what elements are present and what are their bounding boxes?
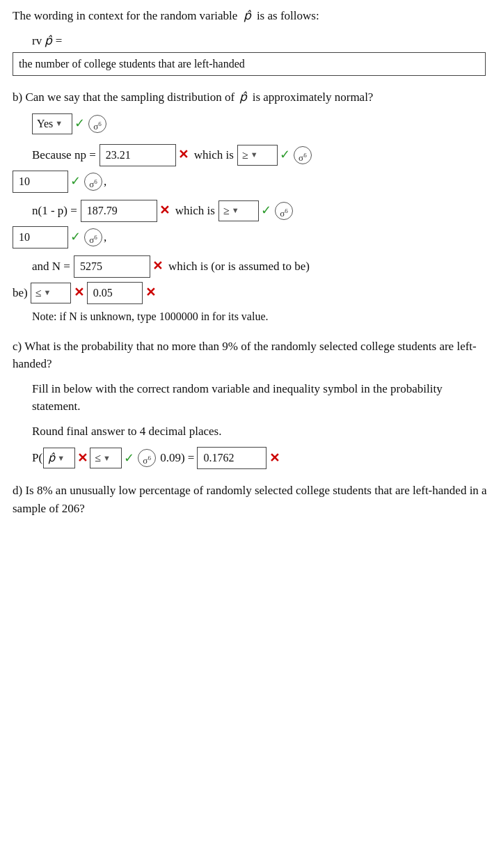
ge-label: ≥ [242, 147, 248, 164]
n1p-label: n(1 - p) = [32, 202, 77, 220]
rv-answer-box[interactable]: the number of college students that are … [13, 52, 486, 76]
be-cross: ✕ [74, 283, 84, 302]
sigma-icon-n1p[interactable]: σ6 [275, 202, 293, 220]
n1p-cross: ✕ [159, 201, 170, 220]
which-is-1: which is [194, 146, 234, 164]
le-label: ≤ [35, 285, 42, 301]
section-b-paragraph: b) Can we say that the sampling distribu… [13, 88, 488, 106]
be-label: be) [13, 284, 28, 302]
section-b-suffix: is approximately normal? [253, 90, 374, 104]
n-suffix: which is (or is assumed to be) [168, 258, 310, 276]
n1p-threshold-check: ✓ [70, 228, 81, 246]
n-threshold-cross: ✕ [145, 283, 156, 302]
p-label: P( [32, 449, 42, 467]
le2-label: ≤ [95, 450, 101, 466]
np-threshold-check: ✓ [70, 172, 81, 191]
le2-check: ✓ [124, 449, 134, 468]
section-c: c) What is the probability that no more … [13, 338, 488, 470]
ge-arrow-2: ▼ [232, 205, 239, 216]
n-label: and N = [32, 258, 70, 276]
np-row: Because np = 23.21 ✕ which is ≥ ▼ ✓ σ6 [32, 144, 488, 166]
sigma-icon-np[interactable]: σ6 [294, 146, 312, 164]
p-dropdown-label: p̂ [48, 450, 55, 466]
np-cross: ✕ [178, 145, 189, 164]
n1p-row: n(1 - p) = 187.79 ✕ which is ≥ ▼ ✓ σ6 [32, 200, 488, 222]
ge-check: ✓ [280, 145, 290, 164]
section-d-paragraph: d) Is 8% an unusually low percentage of … [13, 482, 488, 517]
phat-symbol-b: p̂ [239, 90, 247, 104]
fill-text: Fill in below with the correct random va… [32, 380, 488, 416]
n-row: and N = 5275 ✕ which is (or is assumed t… [32, 255, 488, 278]
n1p-threshold-box[interactable]: 10 [13, 226, 68, 248]
phat-symbol-intro: p̂ [244, 7, 251, 25]
yes-dropdown-arrow: ▼ [55, 118, 63, 129]
section-b-text: b) Can we say that the sampling distribu… [13, 90, 234, 104]
yes-row: Yes ▼ ✓ σ6 [32, 113, 488, 134]
ge-label-2: ≥ [223, 203, 230, 219]
ge-dropdown-2[interactable]: ≥ ▼ [218, 200, 259, 221]
np-threshold-box[interactable]: 10 [13, 171, 68, 193]
p-cross: ✕ [77, 449, 88, 468]
round-text: Round final answer to 4 decimal places. [32, 423, 488, 441]
because-np-label: Because np = [32, 146, 96, 164]
be-row: be) ≤ ▼ ✕ 0.05 ✕ [13, 282, 488, 304]
p-dropdown-arrow: ▼ [57, 452, 65, 464]
ge-dropdown[interactable]: ≥ ▼ [237, 145, 278, 166]
n-threshold-box[interactable]: 0.05 [87, 282, 143, 304]
n1p-comma: , [104, 228, 106, 246]
yes-dropdown[interactable]: Yes ▼ [32, 113, 72, 134]
which-is-2: which is [175, 202, 215, 220]
sigma-icon-np2[interactable]: σ6 [84, 173, 102, 191]
section-c-paragraph: c) What is the probability that no more … [13, 338, 488, 373]
le2-dropdown[interactable]: ≤ ▼ [90, 448, 122, 468]
n-value-box[interactable]: 5275 [74, 255, 150, 278]
p-suffix: 0.09) = [160, 449, 194, 467]
p-answer-cross: ✕ [269, 449, 280, 468]
sigma-icon-n1p2[interactable]: σ6 [84, 228, 102, 246]
ge-arrow: ▼ [250, 149, 258, 161]
sigma-icon-p[interactable]: σ6 [138, 449, 156, 467]
n1p-value-box[interactable]: 187.79 [81, 200, 157, 222]
note-text: Note: if N is unknown, type 1000000 in f… [32, 308, 488, 325]
sigma-icon-yes[interactable]: σ6 [88, 115, 106, 133]
n1p-check: ✓ [261, 201, 271, 220]
section-b: b) Can we say that the sampling distribu… [13, 88, 488, 325]
p-dropdown[interactable]: p̂ ▼ [43, 448, 75, 468]
yes-check: ✓ [74, 114, 85, 133]
intro-section: The wording in context for the random va… [13, 7, 488, 76]
prob-row: P( p̂ ▼ ✕ ≤ ▼ ✓ σ6 0.09) = 0.1762 ✕ [32, 447, 488, 469]
section-d: d) Is 8% an unusually low percentage of … [13, 482, 488, 517]
n1p-threshold-row: 10 ✓ σ6 , [13, 226, 488, 248]
p-answer-box[interactable]: 0.1762 [197, 447, 267, 469]
np-value-box[interactable]: 23.21 [100, 144, 176, 166]
le2-arrow: ▼ [103, 452, 111, 464]
yes-label: Yes [37, 116, 53, 132]
intro-paragraph: The wording in context for the random va… [13, 7, 488, 25]
intro-text: The wording in context for the random va… [13, 9, 237, 22]
le-dropdown[interactable]: ≤ ▼ [31, 283, 71, 303]
le-arrow: ▼ [44, 287, 51, 299]
n-cross: ✕ [152, 257, 163, 276]
rv-label: rv p̂ = [32, 32, 62, 50]
rv-line: rv p̂ = [32, 32, 488, 50]
np-threshold-row: 10 ✓ σ6 , [13, 171, 488, 193]
intro-suffix: is as follows: [257, 9, 319, 22]
np-comma: , [104, 173, 106, 191]
